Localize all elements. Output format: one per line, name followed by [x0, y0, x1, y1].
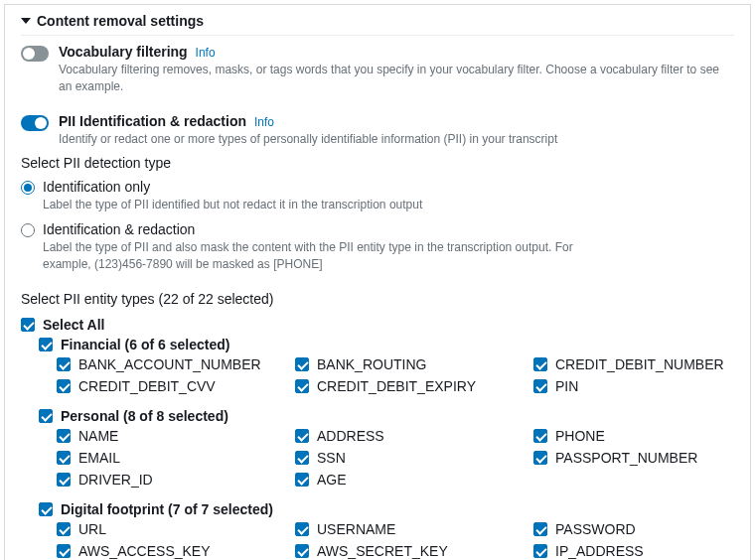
entity-item-checkbox[interactable]	[533, 379, 547, 393]
entity-item-label: EMAIL	[78, 450, 120, 466]
entity-group-header[interactable]: Financial (6 of 6 selected)	[39, 335, 734, 354]
vocabulary-filtering-title: Vocabulary filtering	[59, 44, 188, 60]
entity-item[interactable]: SSN	[295, 448, 533, 468]
select-all-checkbox[interactable]	[21, 318, 35, 332]
entity-item-checkbox[interactable]	[295, 357, 309, 371]
entity-item[interactable]: DRIVER_ID	[57, 470, 295, 490]
entity-item-label: DRIVER_ID	[78, 472, 153, 488]
entity-item-checkbox[interactable]	[57, 379, 71, 393]
section-title: Content removal settings	[37, 13, 204, 29]
entity-item-checkbox[interactable]	[57, 544, 71, 558]
entity-item-checkbox[interactable]	[295, 544, 309, 558]
entity-item-checkbox[interactable]	[295, 379, 309, 393]
detection-option-desc: Label the type of PII and also mask the …	[43, 239, 579, 273]
entity-group-header[interactable]: Personal (8 of 8 selected)	[39, 406, 734, 426]
entity-item-checkbox[interactable]	[57, 429, 71, 443]
entity-item[interactable]: PHONE	[533, 426, 752, 446]
entity-item-label: URL	[78, 521, 106, 537]
entity-item[interactable]: PASSWORD	[533, 519, 752, 539]
entity-item-label: ADDRESS	[317, 428, 384, 444]
entity-item[interactable]: CREDIT_DEBIT_CVV	[57, 376, 295, 396]
content-removal-panel: Content removal settings Vocabulary filt…	[4, 4, 751, 560]
entity-group-header[interactable]: Digital footprint (7 of 7 selected)	[39, 499, 734, 519]
entity-item[interactable]: PIN	[533, 376, 752, 396]
radio-icon[interactable]	[21, 181, 35, 195]
entity-item-checkbox[interactable]	[533, 451, 547, 465]
pii-redaction-toggle[interactable]	[21, 115, 49, 131]
entity-item-label: PHONE	[555, 428, 605, 444]
entity-item[interactable]: AWS_SECRET_KEY	[295, 541, 533, 560]
entity-item-checkbox[interactable]	[57, 357, 71, 371]
entity-group-title: Personal (8 of 8 selected)	[61, 408, 228, 424]
entity-item[interactable]: AWS_ACCESS_KEY	[57, 541, 295, 560]
entity-item-label: NAME	[78, 428, 118, 444]
entity-item[interactable]: ADDRESS	[295, 426, 533, 446]
entity-item-label: AWS_SECRET_KEY	[317, 543, 448, 559]
pii-redaction-row: PII Identification & redaction Info Iden…	[21, 105, 734, 150]
entity-item-label: PASSPORT_NUMBER	[555, 450, 697, 466]
detection-type-heading: Select PII detection type	[21, 149, 734, 175]
entity-item-checkbox[interactable]	[57, 451, 71, 465]
detection-type-group: Identification only Label the type of PI…	[21, 175, 734, 276]
pii-redaction-info-link[interactable]: Info	[254, 115, 274, 129]
entity-item-checkbox[interactable]	[533, 357, 547, 371]
entity-group-checkbox[interactable]	[39, 409, 53, 423]
entity-item[interactable]: BANK_ROUTING	[295, 354, 533, 374]
entity-group-title: Digital footprint (7 of 7 selected)	[61, 501, 273, 517]
entity-item-label: PASSWORD	[555, 521, 636, 537]
entity-item-checkbox[interactable]	[533, 429, 547, 443]
entity-item-label: USERNAME	[317, 521, 395, 537]
entity-item[interactable]: AGE	[295, 470, 533, 490]
pii-redaction-desc: Identify or redact one or more types of …	[59, 131, 557, 148]
entity-item[interactable]: CREDIT_DEBIT_EXPIRY	[295, 376, 533, 396]
vocabulary-filtering-info-link[interactable]: Info	[196, 46, 216, 60]
entity-item-label: AWS_ACCESS_KEY	[78, 543, 211, 559]
entity-item[interactable]: IP_ADDRESS	[533, 541, 752, 560]
entity-item-checkbox[interactable]	[295, 473, 309, 487]
entity-item-checkbox[interactable]	[57, 473, 71, 487]
pii-redaction-title: PII Identification & redaction	[59, 113, 246, 129]
entity-group-grid: URLUSERNAMEPASSWORDAWS_ACCESS_KEYAWS_SEC…	[57, 519, 734, 560]
entity-item[interactable]: PASSPORT_NUMBER	[533, 448, 752, 468]
entity-item-label: BANK_ROUTING	[317, 356, 426, 372]
vocabulary-filtering-toggle[interactable]	[21, 46, 49, 62]
entity-item-label: PIN	[555, 378, 578, 394]
entity-item-label: SSN	[317, 450, 346, 466]
entity-item[interactable]: NAME	[57, 426, 295, 446]
entity-item-checkbox[interactable]	[295, 451, 309, 465]
entity-group-grid: NAMEADDRESSPHONEEMAILSSNPASSPORT_NUMBERD…	[57, 426, 734, 499]
entity-item-label: AGE	[317, 472, 347, 488]
entity-group-grid: BANK_ACCOUNT_NUMBERBANK_ROUTINGCREDIT_DE…	[57, 354, 734, 406]
content-removal-header[interactable]: Content removal settings	[21, 5, 734, 36]
entity-group-checkbox[interactable]	[39, 338, 53, 351]
entity-item-label: CREDIT_DEBIT_NUMBER	[555, 356, 724, 372]
detection-option-identification-redaction[interactable]: Identification & redaction Label the typ…	[21, 217, 734, 277]
entity-item-checkbox[interactable]	[533, 522, 547, 536]
entity-item-checkbox[interactable]	[533, 544, 547, 558]
entity-item-label: CREDIT_DEBIT_CVV	[78, 378, 216, 394]
detection-option-label: Identification only	[43, 179, 422, 195]
detection-option-desc: Label the type of PII identified but not…	[43, 197, 422, 213]
entity-tree: Select All Financial (6 of 6 selected)BA…	[21, 311, 734, 560]
entity-item[interactable]: USERNAME	[295, 519, 533, 539]
entity-item-label: BANK_ACCOUNT_NUMBER	[78, 356, 261, 372]
entity-group-title: Financial (6 of 6 selected)	[61, 337, 229, 352]
vocabulary-filtering-desc: Vocabulary filtering removes, masks, or …	[59, 62, 734, 95]
entity-item-checkbox[interactable]	[295, 522, 309, 536]
entity-types-heading: Select PII entity types (22 of 22 select…	[21, 285, 734, 311]
entity-item-label: IP_ADDRESS	[555, 543, 644, 559]
radio-icon[interactable]	[21, 223, 35, 237]
caret-down-icon	[21, 18, 31, 24]
entity-item[interactable]: CREDIT_DEBIT_NUMBER	[533, 354, 752, 374]
select-all-label: Select All	[43, 317, 105, 333]
detection-option-identification-only[interactable]: Identification only Label the type of PI…	[21, 175, 734, 217]
entity-item[interactable]: URL	[57, 519, 295, 539]
entity-item-checkbox[interactable]	[295, 429, 309, 443]
entity-group-checkbox[interactable]	[39, 502, 53, 516]
entity-item-checkbox[interactable]	[57, 522, 71, 536]
select-all-row[interactable]: Select All	[21, 315, 734, 335]
detection-option-label: Identification & redaction	[43, 221, 579, 237]
entity-item[interactable]: BANK_ACCOUNT_NUMBER	[57, 354, 295, 374]
entity-item[interactable]: EMAIL	[57, 448, 295, 468]
entity-item-label: CREDIT_DEBIT_EXPIRY	[317, 378, 476, 394]
